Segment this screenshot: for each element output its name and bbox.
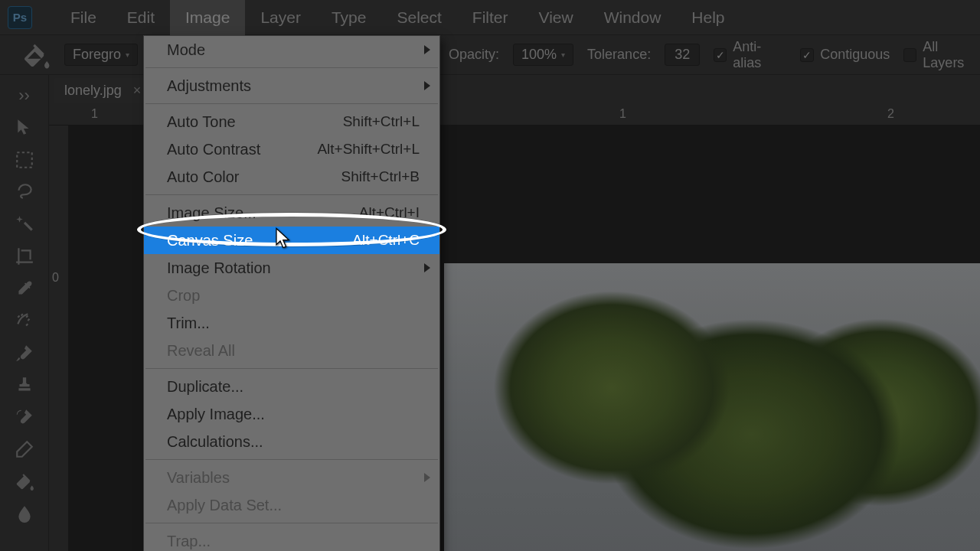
menu-separator — [145, 368, 438, 369]
contiguous-checkbox[interactable]: ✓ — [800, 48, 814, 62]
menu-item-auto-color[interactable]: Auto ColorShift+Ctrl+B — [144, 163, 439, 191]
menu-item-mode[interactable]: Mode — [144, 36, 439, 64]
menu-item-trim[interactable]: Trim... — [144, 309, 439, 337]
menu-filter[interactable]: Filter — [457, 0, 524, 35]
all-layers-label: All Layers — [923, 39, 980, 71]
menu-item-shortcut: Alt+Ctrl+I — [359, 202, 420, 223]
submenu-arrow-icon — [424, 45, 430, 54]
menu-item-label: Duplicate... — [167, 376, 243, 397]
menu-item-label: Auto Tone — [167, 111, 236, 132]
antialias-checkbox[interactable]: ✓ — [714, 48, 727, 62]
menu-item-label: Image Rotation — [167, 257, 271, 279]
menu-image[interactable]: Image — [170, 0, 245, 35]
menu-item-label: Reveal All — [167, 340, 235, 361]
menu-window[interactable]: Window — [589, 0, 677, 35]
brush-tool-icon[interactable] — [2, 337, 47, 369]
menu-item-label: Auto Color — [167, 166, 240, 187]
tolerance-value: 32 — [675, 47, 690, 63]
paint-bucket-tool-icon[interactable] — [2, 465, 47, 497]
menu-item-label: Canvas Size... — [167, 230, 266, 251]
menu-item-label: Variables — [167, 467, 230, 488]
menu-item-trap: Trap... — [144, 527, 439, 551]
opacity-field[interactable]: 100% ▾ — [513, 44, 573, 66]
document-image — [444, 263, 980, 551]
ruler-tick: 0 — [52, 271, 59, 285]
menu-separator — [145, 67, 438, 68]
lasso-tool-icon[interactable] — [2, 176, 47, 208]
menu-item-duplicate[interactable]: Duplicate... — [144, 373, 439, 400]
menu-item-label: Mode — [167, 39, 205, 60]
paint-bucket-icon — [21, 40, 51, 70]
tolerance-field[interactable]: 32 — [665, 44, 700, 66]
menu-item-label: Apply Image... — [167, 403, 265, 425]
menu-item-shortcut: Shift+Ctrl+L — [343, 111, 420, 132]
fill-mode-value: Foregro — [73, 47, 121, 63]
blur-tool-icon[interactable] — [2, 497, 47, 530]
eraser-tool-icon[interactable] — [2, 433, 47, 465]
menu-item-label: Crop — [167, 285, 200, 306]
menu-file[interactable]: File — [55, 0, 112, 35]
expand-toolbox-icon[interactable]: ›› — [2, 80, 47, 112]
fill-mode-dropdown[interactable]: Foregro ▾ — [64, 44, 138, 66]
menu-item-label: Image Size... — [167, 202, 256, 223]
menu-item-image-rotation[interactable]: Image Rotation — [144, 254, 439, 282]
submenu-arrow-icon — [424, 81, 430, 90]
menu-item-apply-image[interactable]: Apply Image... — [144, 400, 439, 428]
app-logo: Ps — [8, 6, 32, 29]
stamp-tool-icon[interactable] — [2, 369, 47, 401]
all-layers-checkbox[interactable] — [903, 48, 916, 62]
menu-help[interactable]: Help — [676, 0, 740, 35]
magic-wand-tool-icon[interactable] — [2, 208, 47, 240]
history-brush-tool-icon[interactable] — [2, 401, 47, 433]
menu-separator — [145, 523, 438, 523]
menu-item-label: Trap... — [167, 530, 211, 551]
menu-item-canvas-size[interactable]: Canvas Size...Alt+Ctrl+C — [144, 227, 439, 254]
menu-item-label: Auto Contrast — [167, 139, 260, 160]
chevron-down-icon: ▾ — [126, 51, 129, 59]
opacity-label: Opacity: — [449, 47, 499, 63]
image-menu-dropdown: ModeAdjustmentsAuto ToneShift+Ctrl+LAuto… — [143, 35, 440, 551]
ruler-tick: 1 — [91, 107, 98, 121]
menu-item-calculations[interactable]: Calculations... — [144, 428, 439, 455]
menu-item-apply-data-set: Apply Data Set... — [144, 491, 439, 519]
submenu-arrow-icon — [424, 473, 430, 482]
menu-item-label: Trim... — [167, 312, 210, 334]
menu-item-crop: Crop — [144, 282, 439, 309]
menu-item-label: Apply Data Set... — [167, 494, 282, 516]
menu-type[interactable]: Type — [316, 0, 382, 35]
menu-item-shortcut: Alt+Shift+Ctrl+L — [317, 139, 420, 160]
menu-layer[interactable]: Layer — [245, 0, 316, 35]
marquee-tool-icon[interactable] — [2, 144, 47, 176]
ruler-tick: 2 — [887, 107, 894, 121]
menu-separator — [145, 194, 438, 195]
menu-item-auto-contrast[interactable]: Auto ContrastAlt+Shift+Ctrl+L — [144, 135, 439, 163]
menu-view[interactable]: View — [524, 0, 589, 35]
document-tab-bar: lonely.jpg × — [54, 75, 152, 106]
menu-separator — [145, 103, 438, 104]
menu-item-shortcut: Shift+Ctrl+B — [341, 166, 420, 187]
contiguous-label: Contiguous — [820, 47, 890, 63]
menu-item-image-size[interactable]: Image Size...Alt+Ctrl+I — [144, 199, 439, 227]
healing-brush-tool-icon[interactable] — [2, 305, 47, 337]
menu-select[interactable]: Select — [381, 0, 456, 35]
document-tab-label: lonely.jpg — [64, 83, 122, 98]
eyedropper-tool-icon[interactable] — [2, 272, 47, 305]
menu-edit[interactable]: Edit — [112, 0, 170, 35]
toolbox: ›› — [0, 75, 49, 551]
crop-tool-icon[interactable] — [2, 240, 47, 272]
move-tool-icon[interactable] — [2, 112, 47, 144]
menu-item-variables: Variables — [144, 464, 439, 491]
menu-item-reveal-all: Reveal All — [144, 337, 439, 364]
menu-item-label: Calculations... — [167, 431, 263, 452]
tolerance-label: Tolerance: — [587, 47, 651, 63]
menu-separator — [145, 459, 438, 460]
menu-item-shortcut: Alt+Ctrl+C — [352, 230, 420, 251]
ruler-tick: 1 — [619, 107, 626, 121]
menu-item-label: Adjustments — [167, 75, 251, 96]
menu-item-auto-tone[interactable]: Auto ToneShift+Ctrl+L — [144, 108, 439, 135]
document-tab[interactable]: lonely.jpg × — [54, 78, 152, 103]
opacity-value: 100% — [521, 47, 557, 63]
submenu-arrow-icon — [424, 263, 430, 272]
menu-item-adjustments[interactable]: Adjustments — [144, 72, 439, 99]
close-icon[interactable]: × — [133, 83, 142, 98]
